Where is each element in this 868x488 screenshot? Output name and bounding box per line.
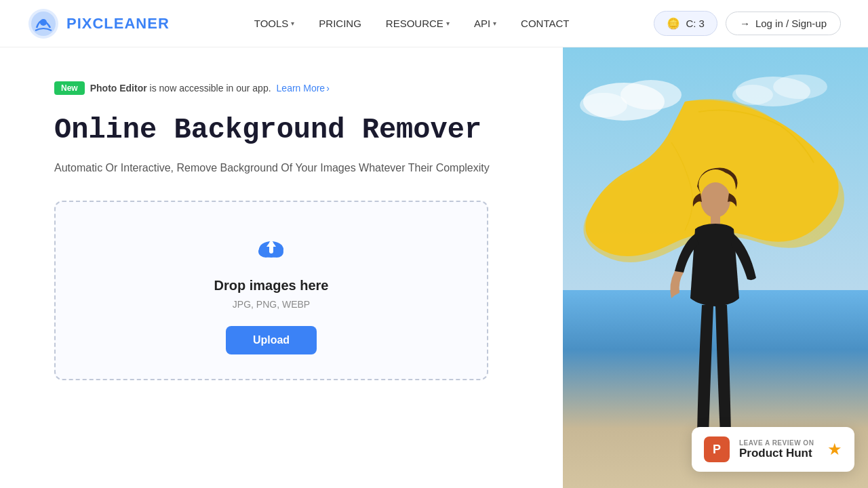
tools-chevron-icon: ▾	[291, 20, 294, 27]
learn-more-chevron-icon: ›	[326, 83, 330, 94]
header-right: 🪙 C: 3 → Log in / Sign-up	[654, 11, 841, 36]
login-icon: →	[740, 18, 750, 29]
product-hunt-name: Product Hunt	[739, 447, 818, 460]
right-panel: P LEAVE A REVIEW ON Product Hunt ★	[563, 47, 868, 488]
product-hunt-star-icon: ★	[827, 440, 842, 459]
nav-resource[interactable]: RESOURCE ▾	[386, 18, 450, 29]
product-hunt-text-area: LEAVE A REVIEW ON Product Hunt	[739, 439, 818, 460]
header: PIXCLEANER TOOLS ▾ PRICING RESOURCE ▾ AP…	[0, 0, 868, 47]
main-content: New Photo Editor is now accessible in ou…	[0, 47, 868, 488]
left-panel: New Photo Editor is now accessible in ou…	[0, 47, 563, 488]
login-button[interactable]: → Log in / Sign-up	[726, 12, 841, 35]
upload-cloud-icon	[254, 229, 289, 264]
new-badge-bar: New Photo Editor is now accessible in ou…	[54, 81, 522, 95]
format-text: JPG, PNG, WEBP	[233, 299, 310, 310]
product-hunt-widget[interactable]: P LEAVE A REVIEW ON Product Hunt ★	[692, 427, 854, 472]
svg-point-14	[701, 182, 730, 218]
nav-tools[interactable]: TOOLS ▾	[254, 18, 295, 29]
badge-text: Photo Editor is now accessible in our ap…	[90, 83, 271, 94]
drop-text: Drop images here	[214, 278, 329, 293]
credits-coin-icon: 🪙	[667, 17, 680, 30]
product-hunt-leave-text: LEAVE A REVIEW ON	[739, 439, 818, 447]
logo[interactable]: PIXCLEANER	[27, 7, 170, 40]
upload-button[interactable]: Upload	[226, 326, 317, 354]
logo-icon	[27, 7, 60, 40]
svg-point-2	[40, 19, 47, 26]
api-chevron-icon: ▾	[493, 20, 496, 27]
upload-dropzone[interactable]: Drop images here JPG, PNG, WEBP Upload	[54, 201, 488, 380]
logo-text: PIXCLEANER	[66, 15, 170, 33]
resource-chevron-icon: ▾	[446, 20, 450, 27]
upload-icon-wrapper	[254, 229, 289, 267]
credits-button[interactable]: 🪙 C: 3	[654, 11, 717, 36]
nav-pricing[interactable]: PRICING	[319, 18, 361, 29]
product-hunt-logo: P	[704, 436, 730, 462]
hero-image: P LEAVE A REVIEW ON Product Hunt ★	[563, 47, 868, 488]
new-badge: New	[54, 81, 85, 95]
learn-more-link[interactable]: Learn More ›	[277, 83, 330, 94]
nav-contact[interactable]: CONTACT	[521, 18, 569, 29]
main-nav: TOOLS ▾ PRICING RESOURCE ▾ API ▾ CONTACT	[254, 18, 570, 29]
nav-api[interactable]: API ▾	[474, 18, 496, 29]
page-subtitle: Automatic Or Interactive, Remove Backgro…	[54, 160, 522, 176]
page-title: Online Background Remover	[54, 114, 522, 146]
